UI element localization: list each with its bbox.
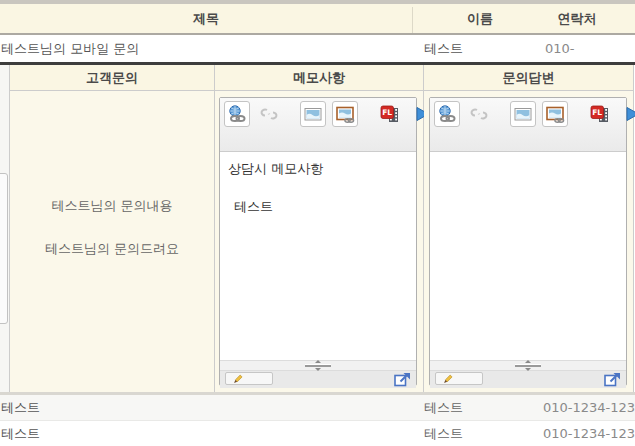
row-title: 테스트: [1, 395, 40, 420]
media-play-icon[interactable]: [619, 101, 635, 127]
unlink-icon[interactable]: [256, 101, 282, 127]
list-header-row: 제목 이름 연락처: [0, 4, 635, 33]
image-link-icon[interactable]: [542, 101, 568, 127]
memo-editor: FL 상담시 메모사항 테스트: [219, 97, 417, 386]
memo-resize-strip: [220, 360, 416, 371]
clipped-left-column: [0, 65, 10, 392]
row-title: 테스트: [1, 421, 40, 446]
inquiry-content-line: 테스트님의 문의내용: [10, 199, 214, 213]
memo-body: FL 상담시 메모사항 테스트: [215, 91, 423, 392]
detail-section: 고객문의 테스트님의 문의내용 테스트님의 문의드려요 메모사항: [0, 65, 635, 392]
memo-text-line: 상담시 메모사항: [228, 162, 323, 176]
pencil-icon[interactable]: [225, 372, 273, 385]
memo-editor-footer: [220, 371, 416, 388]
link-icon[interactable]: [434, 101, 460, 127]
inquiry-detail-page: 제목 이름 연락처 테스트님의 모바일 문의 테스트 010- 고객문의 테스트…: [0, 0, 635, 446]
inquiry-title: 테스트님의 모바일 문의: [1, 35, 139, 62]
customer-inquiry-column: 고객문의 테스트님의 문의내용 테스트님의 문의드려요: [10, 65, 215, 392]
flash-icon[interactable]: FL: [377, 101, 403, 127]
image-icon[interactable]: [510, 101, 536, 127]
flash-label: FL: [382, 108, 392, 117]
flash-label: FL: [592, 108, 602, 117]
answer-editor-toolbar: FL: [430, 98, 626, 152]
memo-column: 메모사항 FL 상담시 메모사항: [215, 65, 424, 392]
resize-handle-icon[interactable]: [515, 360, 541, 371]
expand-icon[interactable]: [603, 372, 621, 387]
answer-editor: FL: [429, 97, 627, 386]
flash-icon[interactable]: FL: [587, 101, 613, 127]
customer-inquiry-body: 테스트님의 문의내용 테스트님의 문의드려요: [10, 91, 214, 392]
answer-editor-footer: [430, 371, 626, 388]
customer-inquiry-header: 고객문의: [10, 65, 214, 91]
memo-header: 메모사항: [215, 65, 423, 91]
answer-body: FL: [424, 91, 633, 392]
row-name: 테스트: [424, 395, 463, 420]
column-header-phone: 연락처: [537, 4, 617, 33]
memo-content-area[interactable]: 상담시 메모사항 테스트: [220, 152, 416, 360]
clipped-scrollbar[interactable]: [0, 173, 8, 324]
inquiry-content-line: 테스트님의 문의드려요: [10, 242, 214, 256]
resize-handle-icon[interactable]: [305, 360, 331, 371]
answer-header: 문의답변: [424, 65, 633, 91]
table-row[interactable]: 테스트 테스트 010-1234-1234: [0, 395, 635, 420]
selected-inquiry-row[interactable]: 테스트님의 모바일 문의 테스트 010-: [0, 35, 635, 62]
column-header-title: 제목: [0, 4, 412, 33]
row-phone: 010-1234-1234: [543, 421, 635, 446]
inquiry-name: 테스트: [424, 35, 463, 62]
column-header-name: 이름: [440, 4, 520, 33]
inquiry-phone: 010-: [545, 35, 575, 62]
memo-text-line: 테스트: [234, 200, 273, 214]
unlink-icon[interactable]: [466, 101, 492, 127]
memo-editor-toolbar: FL: [220, 98, 416, 152]
answer-content-area[interactable]: [430, 152, 626, 360]
answer-resize-strip: [430, 360, 626, 371]
image-icon[interactable]: [300, 101, 326, 127]
image-link-icon[interactable]: [332, 101, 358, 127]
answer-column: 문의답변 FL: [424, 65, 634, 392]
expand-icon[interactable]: [393, 372, 411, 387]
header-divider: [412, 7, 413, 33]
table-row[interactable]: 테스트 테스트 010-1234-1234: [0, 421, 635, 446]
row-phone: 010-1234-1234: [543, 395, 635, 420]
link-icon[interactable]: [224, 101, 250, 127]
row-name: 테스트: [424, 421, 463, 446]
pencil-icon[interactable]: [435, 372, 483, 385]
